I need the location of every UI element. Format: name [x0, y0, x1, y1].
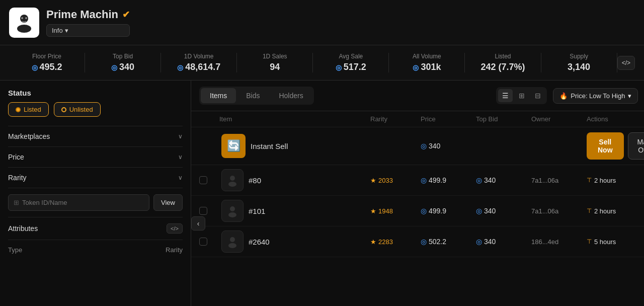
- sort-button[interactable]: 🔥 Price: Low To High ▾: [553, 88, 638, 104]
- row-checkbox-cell-80: [199, 176, 219, 184]
- rarity-star-icon-2640: ★: [370, 238, 376, 246]
- stat-floor-price: Floor Price ◎ 495.2: [9, 53, 85, 72]
- sol-icon-2640: ◎: [421, 238, 427, 246]
- row-topbid-2640: ◎ 340: [476, 238, 531, 246]
- stat-avg-sale: Avg Sale ◎ 517.2: [313, 53, 389, 72]
- nft-name-101: #101: [249, 207, 265, 215]
- svg-point-5: [228, 182, 236, 187]
- make-offer-button[interactable]: Make Offer: [628, 132, 644, 160]
- stat-value-supply: 3,140: [568, 62, 590, 72]
- rarity-value-101: 1948: [378, 207, 393, 215]
- prev-page-button[interactable]: ‹: [191, 216, 205, 231]
- col-item: Item: [219, 115, 370, 123]
- sol-icon-bid-101: ◎: [476, 207, 482, 215]
- unlisted-dot-icon: [61, 107, 66, 112]
- svg-point-2: [21, 17, 23, 19]
- rarity-col-label: Rarity: [166, 246, 183, 254]
- stat-value-1dsales: 94: [270, 62, 280, 72]
- price-value-2640: 502.2: [429, 238, 446, 246]
- tabs-bar: Items Bids Holders ☰ ⊞ ⊟ 🔥 Price: Low To…: [191, 81, 644, 111]
- view-icons-group: ☰ ⊞ ⊟: [496, 87, 547, 104]
- page-header: Prime Machin ✔ Info ▾: [0, 0, 644, 45]
- type-rarity-row: Type Rarity: [8, 240, 183, 254]
- row-price-2640: ◎ 502.2: [421, 238, 476, 246]
- row-time-80: ⊤ 2 hours: [587, 177, 644, 184]
- row-checkbox-cell-2640: [199, 238, 219, 246]
- row-time-2640: ⊤ 5 hours: [587, 238, 644, 246]
- tab-holders[interactable]: Holders: [270, 88, 312, 103]
- stat-label-supply: Supply: [570, 53, 588, 60]
- unlisted-filter-button[interactable]: Unlisted: [54, 102, 101, 117]
- row-checkbox-101[interactable]: [199, 207, 207, 215]
- table-row: #80 ★ 2033 ◎ 499.9 ◎ 340 7a1...06a ⊤ 2 h: [191, 165, 644, 196]
- sol-icon-bid-80: ◎: [476, 176, 482, 184]
- header-info: Prime Machin ✔ Info ▾: [46, 8, 130, 37]
- table-row: #2640 ★ 2283 ◎ 502.2 ◎ 340 186...4ed ⊤ 5: [191, 226, 644, 257]
- unlisted-label: Unlisted: [69, 106, 93, 113]
- stat-label-topbid: Top Bid: [113, 53, 133, 60]
- stat-label-allvol: All Volume: [413, 53, 441, 60]
- stats-embed-button[interactable]: </>: [617, 56, 635, 70]
- stat-top-bid: Top Bid ◎ 340: [85, 53, 161, 72]
- row-time-101: ⊤ 2 hours: [587, 207, 644, 215]
- nft-name-2640: #2640: [249, 238, 270, 246]
- svg-point-7: [228, 212, 236, 217]
- grid-view-small-button[interactable]: ⊞: [515, 89, 529, 102]
- row-checkbox-80[interactable]: [199, 176, 207, 184]
- row-price-80: ◎ 499.9: [421, 176, 476, 184]
- row-owner-101: 7a1...06a: [531, 207, 587, 215]
- stat-label-1dsales: 1D Sales: [263, 53, 287, 60]
- right-panel-wrapper: Items Bids Holders ☰ ⊞ ⊟ 🔥 Price: Low To…: [191, 81, 644, 306]
- tensor-icon-101: ⊤: [587, 207, 592, 214]
- row-rarity-2640: ★ 2283: [370, 238, 421, 246]
- time-value-2640: 5 hours: [594, 238, 616, 246]
- token-id-input[interactable]: [22, 199, 144, 206]
- table-row: #101 ★ 1948 ◎ 499.9 ◎ 340 7a1...06a ⊤ 2: [191, 196, 644, 226]
- rarity-label: Rarity: [8, 174, 27, 182]
- sort-label: Price: Low To High: [571, 92, 625, 100]
- rarity-value-2640: 2283: [378, 238, 393, 246]
- instant-sell-price: 340: [429, 142, 440, 150]
- instant-sell-price-cell: ◎ 340: [421, 142, 476, 150]
- stat-label-floor: Floor Price: [32, 53, 61, 60]
- view-button[interactable]: View: [153, 194, 183, 211]
- marketplaces-chevron-icon: ∨: [178, 133, 183, 140]
- tab-items[interactable]: Items: [201, 88, 236, 103]
- price-value-80: 499.9: [429, 176, 446, 184]
- instant-sell-name: Instant Sell: [251, 142, 288, 150]
- stat-1d-volume: 1D Volume ◎ 48,614.7: [161, 53, 237, 72]
- stats-bar: Floor Price ◎ 495.2 Top Bid ◎ 340 1D Vol…: [0, 45, 644, 81]
- nft-thumbnail-2640: [221, 231, 244, 253]
- table-header: Item Rarity Price Top Bid Owner Actions: [191, 111, 644, 127]
- price-label: Price: [8, 153, 24, 161]
- fire-icon: 🔥: [559, 92, 568, 100]
- list-view-button[interactable]: ☰: [498, 89, 513, 102]
- listed-filter-button[interactable]: Listed: [8, 102, 49, 117]
- svg-point-3: [25, 17, 27, 19]
- row-item-cell-101: #101: [219, 200, 370, 222]
- row-checkbox-2640[interactable]: [199, 238, 207, 246]
- rarity-star-icon-80: ★: [370, 177, 376, 184]
- rarity-filter-row[interactable]: Rarity ∨: [8, 167, 183, 188]
- nft-thumbnail-80: [221, 169, 244, 191]
- marketplaces-label: Marketplaces: [8, 132, 50, 140]
- sidebar: Status Listed Unlisted Marketplaces ∨ Pr…: [0, 81, 191, 306]
- sell-now-button[interactable]: Sell Now: [587, 132, 624, 160]
- col-price: Price: [421, 115, 476, 123]
- grid-view-large-button[interactable]: ⊟: [531, 89, 545, 102]
- time-value-101: 2 hours: [594, 207, 616, 215]
- col-actions: Actions: [587, 115, 644, 123]
- info-button[interactable]: Info ▾: [46, 24, 130, 37]
- sort-chevron-icon: ▾: [628, 92, 631, 100]
- bid-value-2640: 340: [484, 238, 496, 246]
- table-body: 🔄 Instant Sell ◎ 340 Sell Now Make Offer: [191, 127, 644, 257]
- row-price-101: ◎ 499.9: [421, 207, 476, 215]
- row-rarity-101: ★ 1948: [370, 207, 421, 215]
- tab-bids[interactable]: Bids: [237, 88, 269, 103]
- stat-value-avgsale: ◎ 517.2: [336, 62, 366, 72]
- price-filter-row[interactable]: Price ∨: [8, 146, 183, 167]
- bid-value-80: 340: [484, 176, 496, 184]
- col-checkbox: [199, 115, 219, 123]
- marketplaces-filter-row[interactable]: Marketplaces ∨: [8, 126, 183, 146]
- attributes-embed-icon[interactable]: </>: [167, 223, 183, 234]
